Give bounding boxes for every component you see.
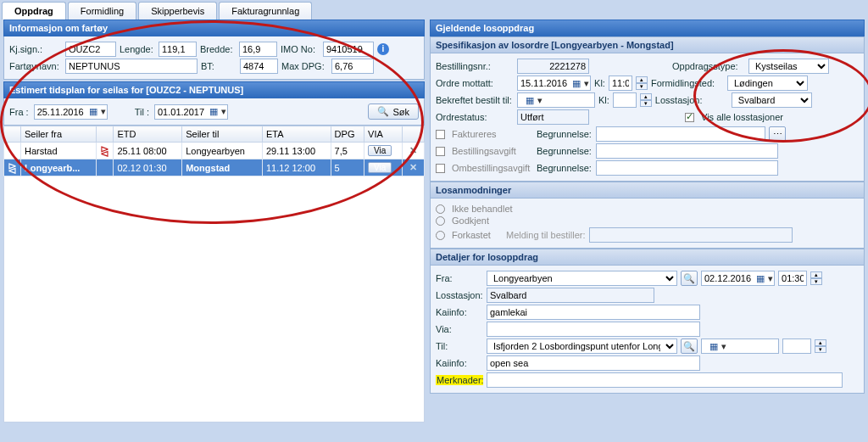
lookup-button[interactable]: 🔍 xyxy=(681,338,698,354)
col-via[interactable]: VIA xyxy=(364,126,403,143)
forkastet-radio[interactable] xyxy=(436,231,445,240)
col-etd[interactable]: ETD xyxy=(114,126,182,143)
merknader-label: Merknader: xyxy=(436,375,483,385)
via-button[interactable]: Via xyxy=(368,145,392,156)
time-spinner[interactable]: ▴▾ xyxy=(636,76,648,90)
tab-fakturagrunnlag[interactable]: Fakturagrunnlag xyxy=(219,2,312,20)
fra-date-input[interactable]: 02.12.2016▦▾ xyxy=(701,271,775,286)
kjsign-label: Kj.sign.: xyxy=(9,44,62,54)
detail-header: Detaljer for losoppdrag xyxy=(430,249,865,266)
time-spinner[interactable]: ▴▾ xyxy=(640,93,652,107)
ikke-label: Ikke behandlet xyxy=(452,204,513,214)
move-icon[interactable]: ⧎ xyxy=(100,144,109,157)
fra-label: Fra : xyxy=(9,107,29,117)
faktureres-checkbox[interactable] xyxy=(436,130,445,139)
visalle-checkbox[interactable] xyxy=(685,113,694,122)
spec-header: Spesifikasjon av losordre [Longyearbyen … xyxy=(430,36,865,53)
til-label: Til : xyxy=(135,107,149,117)
calendar-icon: ▦ xyxy=(523,95,535,106)
navn-label: Fartøynavn: xyxy=(9,61,62,71)
kjsign-field[interactable] xyxy=(65,42,116,57)
losstasjon-label: Losstasjon: xyxy=(436,290,483,300)
maxdpg-field[interactable] xyxy=(331,59,374,74)
close-icon[interactable]: ✕ xyxy=(406,162,420,172)
kl-label: Kl: xyxy=(598,95,609,105)
merknader-field[interactable] xyxy=(487,372,843,388)
bt-label: BT: xyxy=(201,61,236,71)
bekreftet-date-input[interactable]: ▦▾ xyxy=(517,92,595,108)
melding-label: Melding til bestiller: xyxy=(506,230,586,240)
move-icon[interactable]: ⧎ xyxy=(8,161,17,174)
col-eta[interactable]: ETA xyxy=(262,126,331,143)
imo-label: IMO No: xyxy=(281,44,320,54)
chevron-down-icon: ▾ xyxy=(98,106,107,117)
oppdragstype-label: Oppdragsstype: xyxy=(672,61,745,71)
col-seilerfra[interactable]: Seiler fra xyxy=(21,126,97,143)
melding-field[interactable] xyxy=(589,227,793,243)
tab-bar: Oppdrag Formidling Skipperbevis Fakturag… xyxy=(0,0,868,20)
via-field[interactable] xyxy=(487,322,700,337)
chevron-down-icon: ▾ xyxy=(581,78,590,89)
begrunnelse-field[interactable] xyxy=(596,160,778,176)
col-spacer xyxy=(4,126,21,143)
ombestavgift-checkbox[interactable] xyxy=(436,164,445,173)
bestavgift-checkbox[interactable] xyxy=(436,147,445,156)
anmod-header: Losanmodninger xyxy=(430,182,865,199)
maxdpg-label: Max DPG: xyxy=(281,61,328,71)
bredde-field[interactable] xyxy=(239,42,277,57)
kaiinfo-fra-field[interactable] xyxy=(487,305,700,320)
til-time-field[interactable] xyxy=(782,338,811,354)
til-date-input[interactable]: 01.01.2017▦▾ xyxy=(154,104,228,120)
calendar-icon: ▦ xyxy=(570,78,581,89)
oppdragstype-select[interactable]: Kystseilas xyxy=(748,59,829,74)
table-row[interactable]: Harstad ⧎ 25.11 08:00 Longyearbyen 29.11… xyxy=(4,143,425,159)
col-dpg[interactable]: DPG xyxy=(331,126,364,143)
tidsplan-header: Estimert tidsplan for seilas for [OUZC2 … xyxy=(3,81,425,98)
begrunnelse-field[interactable] xyxy=(596,143,778,159)
tab-formidling[interactable]: Formidling xyxy=(68,2,136,20)
bekreftet-kl-field[interactable] xyxy=(613,92,637,108)
formidling-select[interactable]: Lødingen xyxy=(727,76,808,91)
losstasjon-field xyxy=(487,288,654,303)
faktureres-label: Faktureres xyxy=(452,129,533,139)
navn-field[interactable] xyxy=(65,59,198,74)
ordre-date-input[interactable]: 15.11.2016▦▾ xyxy=(517,76,591,91)
table-row[interactable]: ⧎ Longyearb... 02.12 01:30 Mongstad 11.1… xyxy=(4,159,425,176)
time-spinner[interactable]: ▴▾ xyxy=(810,271,822,285)
bt-field[interactable] xyxy=(240,59,278,74)
fra-select[interactable]: Longyearbyen xyxy=(487,271,677,286)
kl-label: Kl: xyxy=(594,78,605,88)
fra-label: Fra: xyxy=(436,273,483,283)
tab-skipperbevis[interactable]: Skipperbevis xyxy=(138,2,217,20)
bestnr-field xyxy=(517,59,589,74)
til-select[interactable]: Isfjorden 2 Losbordingspunt utenfor Long… xyxy=(487,338,677,354)
ordre-label: Ordre mottatt: xyxy=(436,78,514,88)
kaiinfo-til-field[interactable] xyxy=(487,355,700,371)
time-spinner[interactable]: ▴▾ xyxy=(815,339,826,353)
col-seilertil[interactable]: Seiler til xyxy=(182,126,263,143)
search-button[interactable]: 🔍Søk xyxy=(368,104,419,120)
info-icon[interactable]: i xyxy=(377,43,389,55)
losstasjon-select[interactable]: Svalbard xyxy=(732,92,812,108)
bestavgift-label: Bestillingsavgift xyxy=(452,146,533,156)
fra-time-field[interactable] xyxy=(778,271,807,286)
lengde-label: Lengde: xyxy=(120,44,155,54)
ordre-kl-field[interactable] xyxy=(609,76,632,91)
lengde-field[interactable] xyxy=(159,42,197,57)
chevron-down-icon: ▾ xyxy=(719,341,727,352)
via-button[interactable]: Via xyxy=(368,162,392,173)
ikke-radio[interactable] xyxy=(436,204,445,214)
losstasjon-label: Losstasjon: xyxy=(655,95,728,105)
lookup-button[interactable]: ⋯ xyxy=(769,126,786,142)
fra-date-input[interactable]: 25.11.2016▦▾ xyxy=(34,104,108,120)
lookup-button[interactable]: 🔍 xyxy=(681,271,698,286)
imo-field[interactable] xyxy=(323,42,374,57)
tab-oppdrag[interactable]: Oppdrag xyxy=(2,2,66,20)
til-date-input[interactable]: ▦▾ xyxy=(701,338,779,354)
begrunnelse-field[interactable] xyxy=(596,126,765,142)
til-label: Til: xyxy=(436,341,483,351)
seilas-table: Seiler fra ETD Seiler til ETA DPG VIA Ha… xyxy=(3,126,425,176)
vessel-info-header: Informasjon om fartøy xyxy=(3,20,425,36)
godkjent-radio[interactable] xyxy=(436,216,445,226)
close-icon[interactable]: ✕ xyxy=(406,145,420,155)
